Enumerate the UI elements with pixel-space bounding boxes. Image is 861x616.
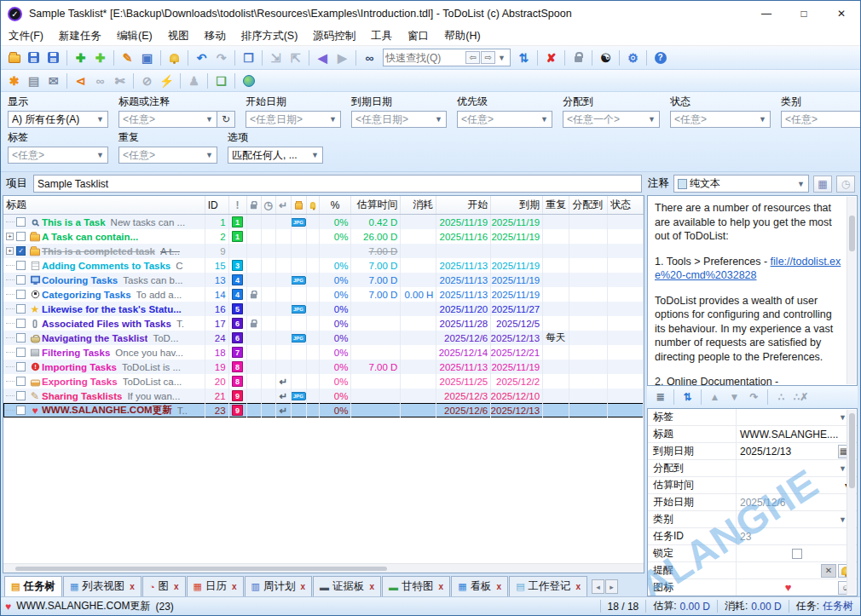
- project-input[interactable]: [33, 175, 642, 193]
- bubbles-delete-button[interactable]: ∴✗: [791, 388, 811, 406]
- attribute-value[interactable]: ✕: [737, 562, 857, 579]
- maximize-view-button[interactable]: ❐: [239, 49, 258, 67]
- sort-button[interactable]: ⇅: [514, 49, 534, 67]
- column-header-spent[interactable]: 消耗: [401, 196, 436, 214]
- task-row[interactable]: ✎Sharing TasklistsIf you wan...219↵JPG0%…: [3, 389, 644, 403]
- tab-scroll-right-button[interactable]: ▸: [605, 579, 618, 594]
- reminder-clear-button[interactable]: ✕: [821, 564, 836, 578]
- menu-item-7[interactable]: 工具: [363, 26, 400, 46]
- cleanup-button[interactable]: ✄: [110, 72, 130, 90]
- tab-scroll-left-button[interactable]: ◂: [592, 579, 604, 594]
- menu-item-1[interactable]: 新建任务: [51, 26, 109, 46]
- task-checkbox[interactable]: [16, 290, 26, 299]
- filter-select[interactable]: <任意>▼: [781, 111, 861, 128]
- indent-left-button[interactable]: ⇱: [286, 49, 305, 67]
- tab-close-icon[interactable]: x: [576, 582, 581, 591]
- filter-select[interactable]: <任意>▼: [118, 111, 217, 128]
- indent-right-button[interactable]: ⇲: [266, 49, 286, 67]
- tab-任务树[interactable]: ▤任务树: [4, 576, 62, 596]
- tab-close-icon[interactable]: x: [300, 582, 305, 591]
- flag-button[interactable]: ⊲: [71, 72, 90, 90]
- lock-button[interactable]: [569, 49, 588, 67]
- tab-close-icon[interactable]: x: [370, 582, 375, 591]
- task-row[interactable]: +A Task can contain...210%26.00 D2025/11…: [3, 229, 644, 244]
- move-down-button[interactable]: ▼: [725, 388, 744, 406]
- task-row[interactable]: This is a TaskNew tasks can ...11JPG0%0.…: [3, 215, 644, 229]
- rollback-button[interactable]: ↷: [744, 388, 764, 406]
- chevron-down-icon[interactable]: ▼: [495, 54, 508, 62]
- task-row[interactable]: Categorizing TasksTo add a...1440%7.00 D…: [3, 287, 644, 302]
- column-header-start[interactable]: 开始: [436, 196, 491, 214]
- task-row[interactable]: ★Likewise for the task's Statu...165JPG0…: [3, 302, 644, 316]
- task-row[interactable]: Navigating the TasklistToD...246JPG0%202…: [3, 331, 644, 345]
- tab-close-icon[interactable]: x: [232, 582, 237, 591]
- column-header-bell[interactable]: [307, 196, 320, 214]
- menu-item-3[interactable]: 视图: [160, 26, 197, 46]
- quick-search-input[interactable]: [385, 52, 465, 64]
- tab-甘特图[interactable]: ▬甘特图x: [382, 576, 450, 596]
- close-button[interactable]: ✕: [823, 1, 860, 26]
- attribute-value[interactable]: ▼: [737, 409, 857, 425]
- column-header-arrow[interactable]: ↵: [276, 196, 292, 214]
- undo-button[interactable]: ↶: [192, 49, 211, 67]
- filter-select[interactable]: <任意>▼: [8, 147, 108, 164]
- task-checkbox[interactable]: [16, 275, 26, 285]
- scrollbar-thumb[interactable]: [15, 567, 387, 571]
- tab-日历[interactable]: ▦日历x: [187, 576, 244, 596]
- column-header-title[interactable]: 标题: [3, 196, 205, 214]
- attribute-value[interactable]: ▼: [737, 460, 857, 476]
- task-row[interactable]: Associated Files with TasksT.1760%2025/1…: [3, 316, 644, 331]
- column-header-est[interactable]: 估算时间: [351, 196, 401, 214]
- anonymize-button[interactable]: ♟: [184, 72, 204, 90]
- tab-周计划[interactable]: ▥周计划x: [245, 576, 312, 596]
- filter-select[interactable]: <任意日期>▼: [246, 111, 341, 128]
- column-header-pr[interactable]: !: [229, 196, 247, 214]
- tab-工作登记[interactable]: ▤工作登记x: [509, 576, 587, 596]
- task-row[interactable]: !Importing TasksToDoList is ...1980%7.00…: [3, 360, 644, 374]
- task-row[interactable]: Exporting TasksToDoList ca...208↵0%2025/…: [3, 374, 644, 389]
- tab-close-icon[interactable]: x: [439, 582, 444, 591]
- filter-select[interactable]: <任意一个>▼: [563, 111, 660, 128]
- save-all-button[interactable]: [43, 49, 63, 67]
- comments-scrollbar[interactable]: [847, 197, 856, 384]
- delete-task-button[interactable]: ✘: [541, 49, 561, 67]
- theme-button[interactable]: ☯: [596, 49, 615, 67]
- column-header-file[interactable]: [292, 196, 307, 214]
- column-header-lock[interactable]: [247, 196, 262, 214]
- column-header-status[interactable]: 状态: [608, 196, 644, 214]
- task-checkbox[interactable]: [16, 217, 26, 227]
- column-header-clock[interactable]: ◷: [262, 196, 276, 214]
- expand-toggle[interactable]: +: [6, 233, 14, 240]
- search-next-button[interactable]: ⇨: [481, 51, 495, 64]
- menu-item-9[interactable]: 帮助(H): [436, 26, 488, 46]
- comments-scroll-thumb[interactable]: [849, 216, 855, 251]
- horizontal-scrollbar[interactable]: [3, 563, 644, 573]
- menu-item-4[interactable]: 移动: [197, 26, 234, 46]
- task-row[interactable]: Colouring TasksTasks can b...134JPG0%7.0…: [3, 273, 644, 287]
- tab-close-icon[interactable]: x: [130, 582, 135, 591]
- link-button[interactable]: ∞: [90, 72, 110, 90]
- search-prev-button[interactable]: ⇦: [465, 51, 480, 64]
- filter-select[interactable]: <任意>▼: [118, 147, 217, 164]
- task-checkbox[interactable]: [16, 406, 26, 415]
- filter-refresh-button[interactable]: ↻: [217, 111, 235, 128]
- tab-close-icon[interactable]: x: [497, 582, 502, 591]
- task-checkbox[interactable]: [16, 348, 26, 357]
- help-button[interactable]: ?: [650, 49, 670, 67]
- filter-select[interactable]: <任意>▼: [670, 111, 771, 128]
- find-tasks-button[interactable]: ∞: [360, 49, 379, 67]
- task-row[interactable]: Filtering TasksOnce you hav...1870%2025/…: [3, 345, 644, 360]
- new-task-button[interactable]: ✚: [71, 49, 90, 67]
- comment-clock-button[interactable]: ◷: [836, 176, 855, 193]
- print-button[interactable]: ▤: [24, 72, 43, 90]
- task-row[interactable]: Adding Comments to TasksC1530%7.00 D2025…: [3, 258, 644, 273]
- locked-checkbox[interactable]: [792, 549, 802, 559]
- menu-item-6[interactable]: 源码控制: [305, 26, 363, 46]
- bubbles-button[interactable]: ∴: [771, 388, 791, 406]
- email-button[interactable]: ✉: [43, 72, 63, 90]
- next-selection-button[interactable]: ▶: [332, 49, 352, 67]
- attributes-scroll-thumb[interactable]: [849, 413, 855, 488]
- task-row[interactable]: +✓This is a completed taskA t...97.00 D: [3, 244, 644, 258]
- cancel-button[interactable]: ⊘: [137, 72, 157, 90]
- task-checkbox[interactable]: [16, 391, 26, 400]
